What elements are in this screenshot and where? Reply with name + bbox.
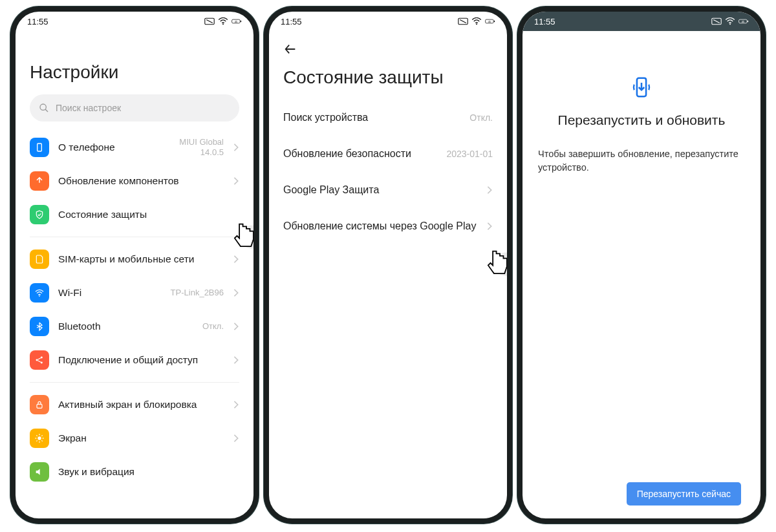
wifi-icon bbox=[725, 17, 735, 25]
page-title: Настройки bbox=[30, 62, 239, 83]
chevron-right-icon bbox=[233, 288, 239, 297]
row-label: Wi-Fi bbox=[58, 286, 162, 299]
row-label: Активный экран и блокировка bbox=[58, 398, 224, 410]
arrow-left-icon bbox=[283, 42, 297, 56]
row-label: Поиск устройства bbox=[283, 111, 463, 124]
update-icon bbox=[30, 171, 49, 191]
row-value: Откл. bbox=[469, 112, 493, 123]
battery-icon: 45 bbox=[738, 17, 749, 25]
row-label: Подключение и общий доступ bbox=[58, 354, 224, 366]
chevron-right-icon bbox=[233, 322, 239, 331]
svg-line-21 bbox=[36, 440, 37, 441]
row-label: Состояние защиты bbox=[58, 208, 239, 220]
status-bar: 11:55 45 bbox=[269, 12, 507, 31]
status-icons: 45 bbox=[711, 17, 749, 25]
phone-icon bbox=[30, 138, 49, 157]
svg-line-19 bbox=[36, 435, 37, 436]
row-security-update[interactable]: Обновление безопасности 2023-01-01 bbox=[283, 136, 493, 172]
row-security-status[interactable]: Состояние защиты bbox=[30, 198, 239, 231]
search-icon bbox=[39, 103, 49, 113]
svg-point-10 bbox=[36, 359, 38, 361]
bluetooth-icon bbox=[30, 317, 49, 336]
no-sim-icon bbox=[204, 17, 215, 25]
back-button[interactable] bbox=[283, 40, 301, 58]
svg-point-12 bbox=[41, 362, 43, 364]
svg-rect-13 bbox=[37, 404, 42, 408]
shield-check-icon bbox=[30, 205, 49, 224]
svg-line-7 bbox=[45, 109, 48, 112]
search-input[interactable]: Поиск настроек bbox=[30, 94, 239, 122]
row-play-protect[interactable]: Google Play Защита bbox=[283, 172, 493, 208]
status-time: 11:55 bbox=[534, 17, 555, 27]
svg-point-14 bbox=[38, 436, 41, 440]
svg-rect-28 bbox=[494, 21, 495, 22]
chevron-right-icon bbox=[486, 186, 493, 195]
row-connection-sharing[interactable]: Подключение и общий доступ bbox=[30, 343, 239, 377]
row-wifi[interactable]: Wi-Fi TP-Link_2B96 bbox=[30, 276, 239, 310]
row-bluetooth[interactable]: Bluetooth Откл. bbox=[30, 310, 239, 343]
svg-line-22 bbox=[41, 435, 42, 436]
row-label: Google Play Защита bbox=[283, 184, 480, 197]
page-title: Состояние защиты bbox=[283, 67, 493, 88]
row-sub: MIUI Global 14.0.5 bbox=[179, 137, 224, 157]
brightness-icon bbox=[30, 429, 49, 448]
chevron-right-icon bbox=[233, 255, 239, 264]
status-bar: 11:55 45 bbox=[523, 12, 760, 31]
search-placeholder: Поиск настроек bbox=[56, 103, 121, 113]
svg-line-1 bbox=[206, 20, 213, 23]
row-find-device[interactable]: Поиск устройства Откл. bbox=[283, 100, 493, 136]
chevron-right-icon bbox=[233, 176, 239, 186]
row-label: Обновление безопасности bbox=[283, 147, 440, 160]
svg-text:45: 45 bbox=[488, 20, 491, 23]
svg-text:45: 45 bbox=[235, 20, 238, 23]
svg-line-25 bbox=[460, 20, 466, 23]
battery-icon: 45 bbox=[232, 17, 242, 25]
svg-point-2 bbox=[222, 23, 224, 25]
svg-text:45: 45 bbox=[742, 20, 745, 23]
row-display[interactable]: Экран bbox=[30, 421, 239, 455]
status-time: 11:55 bbox=[281, 17, 302, 27]
dialog-body: Чтобы завершить обновление, перезапустит… bbox=[537, 147, 746, 175]
wifi-icon bbox=[218, 17, 228, 25]
svg-line-32 bbox=[713, 20, 720, 23]
sim-icon bbox=[30, 250, 49, 269]
no-sim-icon bbox=[711, 17, 722, 25]
lock-icon bbox=[30, 395, 49, 414]
row-system-update-google-play[interactable]: Обновление системы через Google Play bbox=[283, 208, 493, 244]
chevron-right-icon bbox=[233, 143, 239, 152]
row-about-phone[interactable]: О телефоне MIUI Global 14.0.5 bbox=[30, 131, 239, 164]
row-sub: TP-Link_2B96 bbox=[171, 288, 224, 298]
svg-point-11 bbox=[41, 357, 43, 359]
row-label: О телефоне bbox=[58, 141, 170, 153]
chevron-right-icon bbox=[486, 222, 493, 231]
wifi-icon bbox=[30, 283, 49, 303]
dialog-title: Перезапустить и обновить bbox=[558, 112, 726, 128]
svg-point-9 bbox=[39, 295, 40, 297]
row-value: 2023-01-01 bbox=[446, 149, 493, 159]
row-label: Обновление компонентов bbox=[58, 175, 224, 187]
phone-restart-update: 11:55 45 Перезапустить и обновить Чтобы … bbox=[517, 6, 766, 524]
system-update-icon bbox=[630, 76, 652, 98]
speaker-icon bbox=[30, 462, 49, 482]
restart-now-button[interactable]: Перезапустить сейчас bbox=[627, 482, 741, 505]
status-bar: 11:55 45 bbox=[16, 12, 253, 31]
row-sound[interactable]: Звук и вибрация bbox=[30, 455, 239, 489]
svg-rect-35 bbox=[748, 21, 748, 22]
chevron-right-icon bbox=[233, 356, 239, 365]
row-label: SIM-карты и мобильные сети bbox=[58, 253, 224, 265]
svg-point-33 bbox=[729, 23, 731, 25]
svg-rect-4 bbox=[241, 21, 241, 22]
divider bbox=[30, 237, 239, 237]
row-label: Обновление системы через Google Play bbox=[283, 220, 480, 233]
row-sub: Откл. bbox=[202, 321, 224, 332]
battery-icon: 45 bbox=[485, 17, 495, 25]
status-icons: 45 bbox=[458, 17, 495, 25]
status-time: 11:55 bbox=[27, 17, 48, 27]
divider bbox=[30, 382, 239, 383]
row-sim-networks[interactable]: SIM-карты и мобильные сети bbox=[30, 242, 239, 276]
svg-point-26 bbox=[476, 23, 477, 25]
row-component-updates[interactable]: Обновление компонентов bbox=[30, 164, 239, 198]
svg-rect-8 bbox=[38, 144, 42, 151]
svg-point-6 bbox=[40, 104, 46, 110]
row-lockscreen[interactable]: Активный экран и блокировка bbox=[30, 388, 239, 421]
